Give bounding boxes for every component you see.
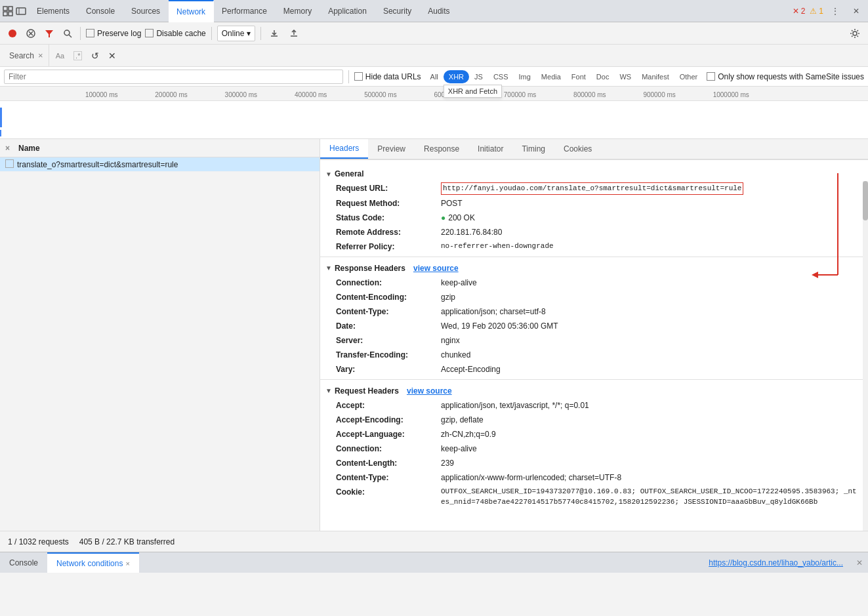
- export-button[interactable]: [286, 25, 302, 42]
- regex-button[interactable]: .*: [73, 51, 82, 60]
- disable-cache-label[interactable]: Disable cache: [145, 29, 205, 38]
- view-source-request-link[interactable]: view source: [407, 386, 452, 396]
- close-devtools-button[interactable]: ✕: [847, 2, 865, 20]
- bottom-tab-close[interactable]: ×: [125, 560, 129, 567]
- tab-response[interactable]: Response: [415, 139, 468, 159]
- filter-tag-img[interactable]: Img: [514, 70, 536, 83]
- filter-tag-media[interactable]: Media: [536, 70, 566, 83]
- filter-tag-js[interactable]: JS: [469, 70, 488, 83]
- toolbar-separator-2: [211, 27, 212, 40]
- samesite-checkbox[interactable]: [707, 72, 715, 81]
- timeline-bar-2: [0, 130, 1, 136]
- search-bar-close[interactable]: ×: [38, 51, 43, 60]
- disable-cache-checkbox[interactable]: [145, 29, 154, 37]
- scrollbar-thumb[interactable]: [863, 181, 868, 220]
- bottom-url[interactable]: https://blog.csdn.net/lihao_yabo/artic..…: [709, 558, 851, 567]
- tab-preview[interactable]: Preview: [368, 139, 415, 159]
- filter-tag-doc[interactable]: Doc: [591, 70, 615, 83]
- tab-console[interactable]: Console: [78, 0, 123, 22]
- tab-memory[interactable]: Memory: [276, 0, 320, 22]
- resp-content-type-row: Content-Type: application/json; charset=…: [320, 304, 868, 319]
- filter-tags: All XHR XHR and Fetch JS CSS Img Media F…: [425, 70, 703, 83]
- filter-tag-css[interactable]: CSS: [488, 70, 514, 83]
- tab-security[interactable]: Security: [375, 0, 420, 22]
- svg-rect-1: [9, 7, 12, 10]
- general-section-heading[interactable]: ▼ General: [320, 165, 868, 181]
- tab-initiator[interactable]: Initiator: [468, 139, 512, 159]
- filter-tag-xhr[interactable]: XHR XHR and Fetch: [444, 70, 469, 83]
- clear-search-button[interactable]: ✕: [106, 47, 119, 64]
- tab-cookies[interactable]: Cookies: [554, 139, 601, 159]
- resp-connection-row: Connection: keep-alive: [320, 276, 868, 290]
- req-accept-encoding-val: gzip, deflate: [441, 414, 484, 426]
- bottom-close-button[interactable]: ✕: [851, 556, 868, 570]
- scale-7: 800000 ms: [573, 91, 643, 98]
- timeline-bars: [0, 101, 868, 138]
- detail-wrapper: ▼ General Request URL: http://fanyi.youd…: [320, 160, 868, 531]
- bottom-tab-console[interactable]: Console: [0, 552, 47, 573]
- top-tab-bar: Elements Console Sources Network Perform…: [0, 0, 868, 22]
- req-connection-val: keep-alive: [441, 443, 477, 455]
- tab-application[interactable]: Application: [320, 0, 375, 22]
- tab-sources[interactable]: Sources: [123, 0, 169, 22]
- req-accept-key: Accept:: [336, 400, 441, 411]
- tab-timing[interactable]: Timing: [512, 139, 554, 159]
- req-connection-row: Connection: keep-alive: [320, 441, 868, 456]
- filter-tag-ws[interactable]: WS: [614, 70, 636, 83]
- tab-headers[interactable]: Headers: [320, 139, 368, 159]
- main-area: × Name translate_o?smartresult=dict&smar…: [0, 139, 868, 531]
- record-button[interactable]: [5, 25, 20, 42]
- import-button[interactable]: [266, 25, 282, 42]
- filter-tag-other[interactable]: Other: [674, 70, 703, 83]
- tab-audits[interactable]: Audits: [420, 0, 458, 22]
- filter-toggle-button[interactable]: [42, 25, 56, 42]
- request-url-row: Request URL: http://fanyi.youdao.com/tra…: [320, 181, 868, 196]
- refresh-search-button[interactable]: ↺: [89, 47, 102, 64]
- hide-data-urls-label[interactable]: Hide data URLs: [354, 72, 421, 81]
- error-icon: ✕: [793, 7, 799, 16]
- error-badge: ✕ 2 ⚠ 1: [793, 7, 823, 16]
- more-options-button[interactable]: ⋮: [826, 2, 844, 20]
- clear-button[interactable]: [24, 25, 38, 42]
- request-headers-heading[interactable]: ▼ Request Headers view source: [320, 382, 868, 398]
- resp-date-val: Wed, 19 Feb 2020 05:36:00 GMT: [441, 320, 558, 332]
- tab-network[interactable]: Network: [169, 0, 214, 22]
- svg-rect-3: [9, 12, 12, 16]
- svg-line-12: [69, 35, 72, 37]
- preserve-log-checkbox[interactable]: [86, 29, 94, 37]
- aa-button[interactable]: Aa: [56, 52, 64, 60]
- error-count: 2: [801, 7, 806, 16]
- warning-icon: ⚠: [810, 7, 817, 16]
- throttling-arrow: ▾: [247, 29, 251, 38]
- search-button[interactable]: [60, 25, 75, 42]
- timeline-bar-1: [0, 108, 2, 127]
- divider-1: [320, 257, 868, 257]
- preserve-log-label[interactable]: Preserve log: [86, 29, 141, 38]
- throttling-select[interactable]: Online ▾: [217, 26, 256, 41]
- scale-9: 1000000 ms: [713, 91, 783, 98]
- hide-data-urls-checkbox[interactable]: [354, 72, 363, 81]
- name-col-close[interactable]: ×: [5, 144, 18, 153]
- devtools-icon[interactable]: [3, 6, 26, 16]
- req-connection-key: Connection:: [336, 443, 441, 455]
- req-accept-lang-val: zh-CN,zh;q=0.9: [441, 428, 496, 440]
- filter-tag-all[interactable]: All: [425, 70, 444, 83]
- detail-tab-bar: Headers Preview Response Initiator Timin…: [320, 139, 868, 160]
- tab-performance[interactable]: Performance: [214, 0, 276, 22]
- settings-button[interactable]: [847, 25, 863, 42]
- requests-count: 1 / 1032 requests: [8, 537, 69, 546]
- filter-tag-font[interactable]: Font: [566, 70, 591, 83]
- bottom-tab-network-conditions[interactable]: Network conditions ×: [47, 552, 139, 573]
- req-accept-val: application/json, text/javascript, */*; …: [441, 400, 589, 411]
- request-url-value[interactable]: http://fanyi.youdao.com/translate_o?smar…: [441, 182, 743, 195]
- row-checkbox[interactable]: [5, 159, 17, 170]
- request-headers-arrow: ▼: [325, 387, 332, 394]
- filter-tag-manifest[interactable]: Manifest: [636, 70, 674, 83]
- tab-elements[interactable]: Elements: [29, 0, 78, 22]
- response-headers-heading[interactable]: ▼ Response Headers view source: [320, 260, 868, 276]
- filter-input[interactable]: [4, 70, 343, 84]
- view-source-response-link[interactable]: view source: [413, 264, 459, 273]
- table-row[interactable]: translate_o?smartresult=dict&smartresult…: [0, 157, 320, 172]
- svg-point-6: [9, 30, 16, 37]
- scrollbar-track[interactable]: [863, 181, 868, 531]
